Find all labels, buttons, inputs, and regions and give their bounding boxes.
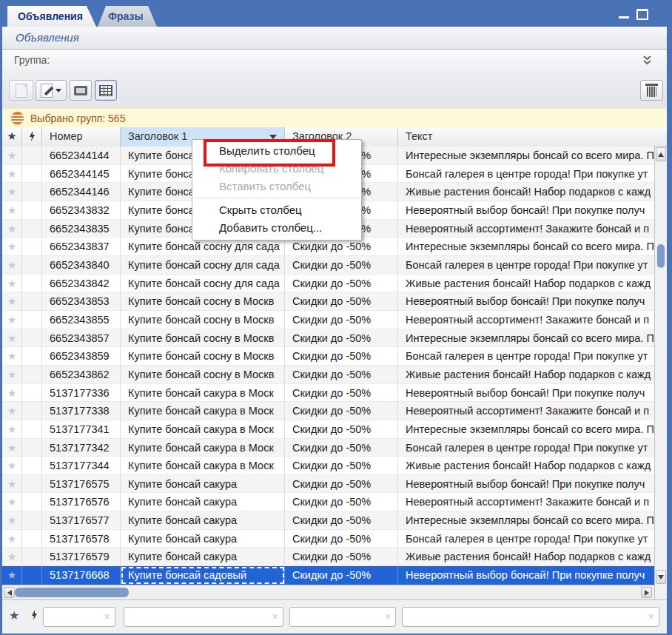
cell-text[interactable]: Невероятный ассортимент! Закажите бонсай…	[398, 402, 654, 420]
star-icon[interactable]: ★	[7, 387, 17, 399]
new-item-button[interactable]	[9, 80, 33, 101]
cell-title1[interactable]: Купите бонсай сосну для сада	[121, 275, 285, 293]
cell-title1[interactable]: Купите бонсай сакура	[121, 548, 285, 566]
row-star-cell[interactable]: ★	[2, 147, 22, 165]
filter-title2-field[interactable]	[293, 609, 380, 625]
delete-button[interactable]	[640, 80, 663, 101]
cell-number[interactable]: 5137177342	[42, 439, 121, 457]
row-star-cell[interactable]: ★	[2, 238, 22, 256]
star-icon[interactable]: ★	[7, 496, 17, 508]
row-star-cell[interactable]: ★	[2, 493, 22, 511]
horizontal-scrollbar-thumb[interactable]	[15, 588, 129, 597]
cell-text[interactable]: Невероятный выбор бонсай! При покупке по…	[398, 292, 654, 311]
table-row[interactable]: ★6652343859Купите бонсай сосну в МосквСк…	[2, 347, 654, 366]
cell-number[interactable]: 5137177344	[42, 457, 121, 475]
row-star-cell[interactable]: ★	[2, 311, 22, 329]
cell-number[interactable]: 5137176575	[42, 475, 121, 494]
row-star-cell[interactable]: ★	[2, 275, 22, 293]
cell-number[interactable]: 6652343853	[42, 292, 121, 311]
minimize-icon[interactable]	[619, 16, 629, 19]
cell-title1[interactable]: Купите бонсай сакура	[121, 511, 285, 530]
cell-title2[interactable]: Скидки до -50%	[285, 511, 398, 530]
image-button[interactable]	[70, 80, 92, 101]
star-icon[interactable]: ★	[7, 551, 17, 562]
row-star-cell[interactable]: ★	[2, 220, 22, 238]
cell-title1[interactable]: Купите бонсай сосну в Москв	[121, 329, 285, 348]
cell-number[interactable]: 6652344144	[42, 147, 121, 165]
collapse-chevron-icon[interactable]	[642, 55, 652, 68]
filter-input-number[interactable]: ×	[43, 607, 115, 627]
star-icon[interactable]: ★	[7, 186, 17, 198]
table-row[interactable]: ★5137176579Купите бонсай сакураСкидки до…	[2, 548, 654, 566]
cell-number[interactable]: 6652343835	[42, 220, 121, 238]
cell-text[interactable]: Живые растения бонсай! Набор подарков с …	[398, 366, 654, 384]
cell-text[interactable]: Живые растения бонсай! Набор подарков с …	[398, 548, 654, 566]
cell-title2[interactable]: Скидки до -50%	[285, 566, 398, 585]
column-header-star[interactable]: ★	[2, 127, 22, 147]
star-icon[interactable]: ★	[7, 442, 17, 454]
star-icon[interactable]: ★	[7, 350, 17, 362]
cell-title2[interactable]: Скидки до -50%	[285, 548, 398, 566]
cell-title2[interactable]: Скидки до -50%	[285, 329, 398, 348]
cell-title1[interactable]: Купите бонсай сакура	[121, 475, 285, 494]
cell-text[interactable]: Невероятный выбор бонсай! При покупке по…	[398, 475, 654, 494]
menu-item-paste-column[interactable]: Вставить столбец	[192, 178, 361, 195]
cell-text[interactable]: Интересные экземпляры бонсай со всего ми…	[398, 147, 654, 165]
cell-text[interactable]: Невероятный выбор бонсай! При покупке по…	[398, 566, 654, 585]
cell-title2[interactable]: Скидки до -50%	[285, 475, 398, 494]
cell-text[interactable]: Бонсай галерея в центре города! При поку…	[398, 530, 654, 548]
columns-grid-button[interactable]	[95, 80, 117, 101]
star-icon[interactable]: ★	[7, 332, 17, 344]
vertical-scrollbar-thumb[interactable]	[657, 244, 665, 268]
edit-dropdown-icon[interactable]	[56, 89, 61, 93]
cell-number[interactable]: 5137176578	[42, 530, 121, 548]
cell-text[interactable]: Невероятный ассортимент! Закажите бонсай…	[398, 311, 654, 329]
clear-icon[interactable]: ×	[385, 611, 391, 622]
row-star-cell[interactable]: ★	[2, 256, 22, 275]
cell-text[interactable]: Живые растения бонсай! Набор подарков с …	[398, 457, 654, 475]
star-icon[interactable]: ★	[7, 223, 17, 235]
cell-title1[interactable]: Купите бонсай сакура в Моск	[121, 457, 285, 475]
cell-number[interactable]: 6652343840	[42, 256, 121, 275]
cell-number[interactable]: 5137177338	[42, 402, 121, 420]
cell-title2[interactable]: Скидки до -50%	[285, 384, 398, 403]
star-icon[interactable]: ★	[7, 259, 17, 271]
table-row[interactable]: ★6652343855Купите бонсай сосну в МосквСк…	[2, 311, 654, 329]
cell-title1[interactable]: Купите бонсай сосну в Москв	[121, 366, 285, 384]
menu-item-add-column[interactable]: Добавить столбец...	[192, 219, 361, 237]
table-row[interactable]: ★5137177341Купите бонсай сакура в МоскСк…	[2, 420, 654, 439]
filter-input-text[interactable]: ×	[402, 607, 659, 627]
column-header-text[interactable]: Текст	[398, 127, 654, 147]
cell-title1[interactable]: Купите бонсай садовый	[121, 566, 285, 585]
horizontal-scrollbar[interactable]	[2, 585, 654, 599]
cell-text[interactable]: Бонсай галерея в центре города! При поку…	[398, 165, 654, 184]
row-star-cell[interactable]: ★	[2, 366, 22, 384]
row-star-cell[interactable]: ★	[2, 530, 22, 548]
row-star-cell[interactable]: ★	[2, 439, 22, 457]
table-row[interactable]: ★5137177338Купите бонсай сакура в МоскСк…	[2, 402, 654, 420]
cell-text[interactable]: Невероятный ассортимент! Закажите бонсай…	[398, 220, 654, 238]
cell-text[interactable]: Бонсай галерея в центре города! При поку…	[398, 256, 654, 275]
cell-text[interactable]: Невероятный выбор бонсай! При покупке по…	[398, 384, 654, 403]
cell-number[interactable]: 5137177336	[42, 384, 121, 403]
cell-number[interactable]: 6652343862	[42, 366, 121, 384]
row-star-cell[interactable]: ★	[2, 347, 22, 366]
cell-title1[interactable]: Купите бонсай сакура в Моск	[121, 420, 285, 439]
cell-title1[interactable]: Купите бонсай сосну в Москв	[121, 311, 285, 329]
cell-title2[interactable]: Скидки до -50%	[285, 256, 398, 275]
table-row[interactable]: ★5137177342Купите бонсай сакура в МоскСк…	[2, 439, 654, 457]
star-icon[interactable]: ★	[7, 295, 17, 307]
cell-title2[interactable]: Скидки до -50%	[285, 275, 398, 293]
star-icon[interactable]: ★	[7, 569, 17, 581]
star-icon[interactable]: ★	[7, 478, 17, 490]
table-row[interactable]: ★5137177336Купите бонсай сакура в МоскСк…	[2, 384, 654, 403]
cell-number[interactable]: 6652344145	[42, 165, 121, 184]
star-icon[interactable]: ★	[7, 204, 17, 216]
scroll-left-button[interactable]	[4, 587, 15, 598]
clear-icon[interactable]: ×	[272, 611, 278, 622]
menu-item-hide-column[interactable]: Скрыть столбец	[192, 201, 361, 219]
star-icon[interactable]: ★	[7, 149, 17, 161]
cell-title1[interactable]: Купите бонсай сакура в Моск	[121, 439, 285, 457]
cell-text[interactable]: Бонсай галерея в центре города! При поку…	[398, 439, 654, 457]
scroll-down-button[interactable]	[656, 570, 666, 584]
